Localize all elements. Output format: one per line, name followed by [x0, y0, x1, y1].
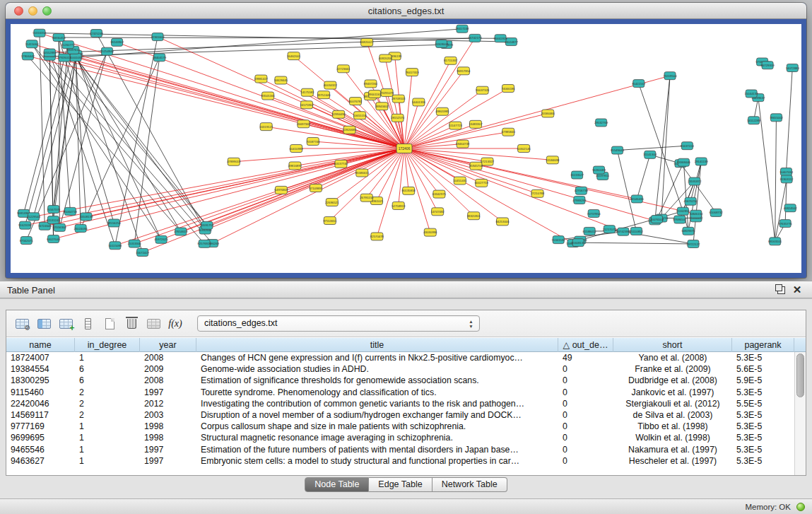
graph-node[interactable]: 73291078 — [380, 89, 394, 97]
graph-node[interactable]: 68024877 — [505, 38, 519, 46]
graph-node[interactable]: 50302146 — [517, 145, 531, 153]
graph-node[interactable]: 20591758 — [200, 221, 214, 229]
graph-node[interactable]: 96661919 — [493, 35, 507, 42]
graph-node[interactable]: 21053306 — [128, 240, 142, 247]
graph-node[interactable]: 22820685 — [343, 126, 357, 134]
graph-node[interactable]: 31141304 — [643, 151, 657, 158]
graph-node[interactable]: 26697365 — [297, 120, 311, 128]
graph-node[interactable]: 60410989 — [290, 145, 304, 153]
graph-node[interactable]: 20584466 — [541, 110, 555, 117]
graph-node[interactable]: 70737854 — [587, 209, 601, 217]
graph-node[interactable]: 84253006 — [495, 218, 510, 226]
table-row[interactable]: 1456911722003Disruption of a novel membe… — [6, 409, 794, 421]
graph-node[interactable]: 55316354 — [33, 29, 47, 37]
graph-node[interactable]: 91637224 — [681, 142, 695, 150]
tab-edge-table[interactable]: Edge Table — [369, 477, 432, 492]
graph-node[interactable]: 38943402 — [375, 103, 389, 110]
graph-node[interactable]: 23591872 — [688, 177, 702, 185]
network-graph[interactable]: 3683045358404179323656049633016887979001… — [11, 24, 801, 273]
graph-node[interactable]: 91608137 — [572, 239, 586, 247]
graph-node[interactable]: 14072883 — [786, 64, 800, 71]
graph-node[interactable]: 29532769 — [594, 119, 608, 127]
graph-node[interactable]: 88163101 — [768, 238, 782, 245]
graph-node[interactable]: 55254944 — [100, 47, 114, 55]
graph-node[interactable]: 97635776 — [779, 220, 793, 228]
table-row[interactable]: 977716911998Corpus callosum shape and si… — [6, 421, 794, 432]
graph-node[interactable]: 16575962 — [300, 101, 314, 109]
graph-node[interactable]: 10451431 — [453, 177, 467, 185]
graph-node[interactable]: 25110852 — [630, 227, 643, 235]
graph-node[interactable]: 47989293 — [572, 196, 587, 204]
graph-node[interactable]: 38320901 — [467, 212, 481, 220]
row-selector-button[interactable] — [78, 314, 98, 334]
graph-node[interactable]: 14401336 — [412, 98, 426, 106]
graph-node[interactable]: 16462001 — [287, 52, 301, 60]
graph-node[interactable]: 40824502 — [784, 204, 798, 212]
graph-node[interactable]: 87686507 — [673, 216, 687, 223]
graph-node[interactable]: 70587746 — [306, 137, 320, 145]
column-header-short[interactable]: short — [613, 338, 732, 352]
column-header-name[interactable]: name — [6, 338, 75, 352]
graph-node[interactable]: 74066186 — [501, 85, 515, 93]
graph-node[interactable]: 91623190 — [18, 221, 33, 229]
graph-node[interactable]: 56260083 — [592, 166, 606, 174]
close-panel-icon[interactable]: ✕ — [791, 284, 804, 296]
graph-node[interactable]: 47899019 — [227, 158, 241, 165]
graph-node[interactable]: 81531241 — [47, 216, 61, 224]
table-row[interactable]: 946362711997Embryonic stem cells: a mode… — [6, 455, 794, 467]
graph-node[interactable]: 39001161 — [368, 90, 382, 98]
graph-node[interactable]: 31260777 — [61, 41, 76, 49]
graph-node[interactable]: 87562071 — [20, 237, 34, 245]
graph-node[interactable]: 42706738 — [575, 187, 589, 194]
graph-node[interactable]: 64976809 — [274, 186, 288, 194]
graph-node[interactable]: 40920206 — [379, 54, 393, 62]
graph-node[interactable]: 21217071 — [603, 226, 617, 233]
graph-node[interactable]: 40076782 — [348, 98, 363, 105]
graph-node[interactable]: 49805985 — [435, 107, 449, 115]
graph-node[interactable]: 14175583 — [300, 88, 314, 96]
graph-node[interactable]: 45972625 — [154, 235, 168, 243]
table-row[interactable]: 1938455462009Genome-wide association stu… — [6, 363, 794, 375]
graph-node[interactable]: 98556254 — [107, 219, 122, 227]
graph-node[interactable]: 36830453 — [52, 33, 66, 41]
graph-node[interactable]: 50552891 — [43, 49, 57, 57]
graph-node[interactable]: 21229544 — [27, 213, 41, 221]
graph-node[interactable]: 22696521 — [325, 199, 339, 206]
graph-node[interactable]: 60537740 — [334, 160, 348, 168]
network-canvas[interactable]: 3683045358404179323656049633016887979001… — [11, 24, 801, 273]
graph-node[interactable]: 73209504 — [663, 72, 677, 80]
graph-node[interactable]: 82570478 — [370, 233, 384, 240]
table-row[interactable]: 969969511998Structural magnetic resonanc… — [6, 432, 794, 443]
graph-node[interactable]: 78655002 — [770, 114, 784, 122]
graph-node[interactable]: 63342975 — [433, 190, 447, 198]
graph-node[interactable]: 95586615 — [355, 169, 370, 177]
graph-node[interactable]: 52325248 — [90, 30, 104, 37]
graph-node[interactable]: 26795150 — [360, 194, 374, 201]
graph-node[interactable]: 15162856 — [676, 207, 690, 215]
graph-node[interactable]: 49816897 — [288, 162, 302, 170]
graph-node[interactable]: 97926013 — [57, 54, 71, 62]
window-titlebar[interactable]: citations_edges.txt — [6, 3, 806, 19]
graph-node[interactable]: 18243902 — [110, 38, 124, 46]
graph-node[interactable]: 96917854 — [457, 67, 471, 75]
table-row[interactable]: 946554611997Estimation of the future num… — [6, 444, 794, 455]
graph-node[interactable]: 93505166 — [261, 92, 276, 100]
graph-node[interactable]: 58404179 — [153, 54, 167, 62]
graph-node[interactable]: 39752446 — [317, 91, 331, 99]
column-header-pagerank[interactable]: pagerank — [732, 338, 794, 352]
graph-node[interactable]: 15044137 — [745, 90, 759, 98]
graph-node[interactable]: 36729359 — [761, 62, 775, 69]
graph-node[interactable]: 13483307 — [469, 120, 483, 128]
graph-node[interactable]: 26309002 — [435, 40, 449, 47]
function-builder-button[interactable]: f(x) — [165, 314, 185, 334]
graph-node[interactable]: 97553651 — [323, 217, 337, 225]
graph-node[interactable]: 10655158 — [353, 112, 367, 119]
table-row[interactable]: 911546021997Tourette syndrome. Phenomeno… — [6, 387, 794, 398]
new-table-button[interactable] — [100, 314, 119, 334]
graph-node[interactable]: 84027044 — [47, 235, 61, 243]
graph-node[interactable]: 19981427 — [254, 75, 269, 83]
graph-node[interactable]: 60027718 — [475, 179, 489, 187]
graph-node[interactable]: 34628445 — [274, 76, 288, 84]
graph-node[interactable]: 61068732 — [710, 209, 724, 216]
graph-node[interactable]: 14747482 — [431, 208, 445, 216]
